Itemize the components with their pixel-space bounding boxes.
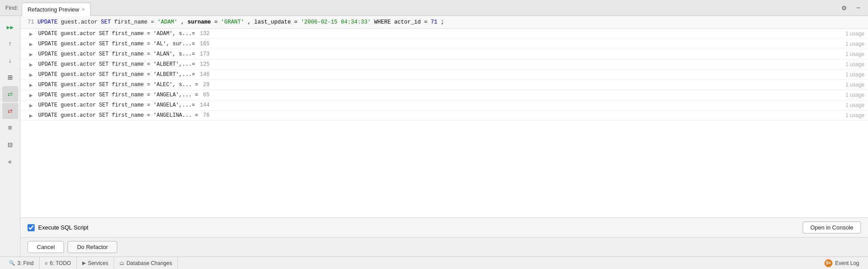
grid-view-button[interactable]	[2, 69, 18, 85]
settings-icon[interactable]	[838, 2, 850, 14]
tab-label: Refactoring Preview	[28, 6, 79, 13]
result-sql-text: UPDATE guest.actor SET first_name = 'ALB…	[38, 61, 838, 67]
table-row[interactable]: ▶ UPDATE guest.actor SET first_name = 'A…	[20, 90, 868, 100]
db-changes-icon: 🗂	[119, 261, 124, 266]
result-sql-text: UPDATE guest.actor SET first_name = 'ALE…	[38, 82, 838, 88]
sql-value1: 'ADAM'	[158, 19, 178, 25]
result-sql-text: UPDATE guest.actor SET first_name = 'ANG…	[38, 92, 838, 98]
sql-update-keyword: UPDATE	[38, 19, 61, 25]
cancel-button[interactable]: Cancel	[28, 241, 64, 253]
swap-green-button[interactable]	[2, 86, 18, 102]
lines-button[interactable]	[2, 120, 18, 136]
expand-arrow-icon: ▶	[29, 113, 35, 118]
table-row[interactable]: ▶ UPDATE guest.actor SET first_name = 'A…	[20, 49, 868, 59]
todo-status-label: 6: TODO	[50, 260, 71, 266]
lines-bottom-button[interactable]	[2, 137, 18, 153]
arrow-up-icon	[8, 40, 12, 47]
usage-badge: 1 usage	[845, 92, 864, 98]
run-all-button[interactable]	[2, 19, 18, 35]
run-all-icon	[7, 23, 14, 31]
do-refactor-button[interactable]: Do Refactor	[68, 241, 117, 253]
todo-status-item[interactable]: ≡ 6: TODO	[40, 257, 77, 269]
expand-arrow-icon: ▶	[29, 93, 35, 98]
result-sql-text: UPDATE guest.actor SET first_name = 'ANG…	[38, 102, 838, 108]
lines-icon	[8, 124, 12, 132]
result-sql-text: UPDATE guest.actor SET first_name = 'ALA…	[38, 51, 838, 57]
refactoring-preview-tab[interactable]: Refactoring Preview ×	[22, 3, 91, 16]
execute-sql-checkbox[interactable]	[28, 224, 35, 231]
sql-line-number: 71	[28, 19, 38, 25]
minus-icon	[856, 4, 860, 12]
services-status-label: Services	[88, 260, 108, 266]
sql-comma2: , last_update =	[247, 19, 301, 25]
event-log-item[interactable]: 9+ Event Log	[819, 259, 864, 267]
swap-red-icon	[8, 107, 13, 115]
find-label: Find:	[4, 4, 22, 11]
services-status-item[interactable]: ▶ Services	[77, 257, 114, 269]
usage-badge: 1 usage	[845, 102, 864, 108]
usage-badge: 1 usage	[845, 82, 864, 88]
arrow-down-icon	[8, 56, 12, 64]
db-changes-status-item[interactable]: 🗂 Database Changes	[114, 257, 178, 269]
minimize-icon[interactable]	[852, 2, 864, 14]
toolbar-icons	[838, 2, 864, 14]
todo-icon: ≡	[45, 261, 48, 266]
gear-icon	[841, 4, 847, 12]
sql-header-line: 71 UPDATE guest.actor SET first_name = '…	[20, 16, 868, 29]
expand-arrow-icon: ▶	[29, 83, 35, 87]
find-status-label: 3: Find	[17, 260, 34, 266]
expand-arrow-icon: ▶	[29, 32, 35, 36]
main-area: 71 UPDATE guest.actor SET first_name = '…	[0, 16, 868, 257]
sql-set-keyword: SET	[101, 19, 114, 25]
expand-arrow-icon: ▶	[29, 72, 35, 77]
expand-arrow-icon: ▶	[29, 103, 35, 108]
swap-red-button[interactable]	[2, 103, 18, 119]
execute-sql-label: Execute SQL Script	[38, 224, 88, 231]
chevron-left-button[interactable]	[2, 154, 18, 170]
table-row[interactable]: ▶ UPDATE guest.actor SET first_name = 'A…	[20, 100, 868, 111]
scroll-up-button[interactable]	[2, 36, 18, 51]
sql-comma: ,	[181, 19, 187, 25]
lines-bottom-icon	[8, 141, 13, 149]
event-log-label: Event Log	[835, 260, 859, 266]
action-bar: Execute SQL Script Open in Console	[20, 218, 868, 237]
usage-badge: 1 usage	[845, 112, 864, 119]
usage-badge: 1 usage	[845, 51, 864, 57]
swap-green-icon	[8, 90, 13, 98]
find-status-item[interactable]: 🔍 3: Find	[4, 257, 40, 269]
sql-actor-id: 71	[431, 19, 438, 25]
table-row[interactable]: ▶ UPDATE guest.actor SET first_name = 'A…	[20, 80, 868, 90]
usage-badge: 1 usage	[845, 41, 864, 47]
scroll-down-button[interactable]	[2, 52, 18, 68]
open-in-console-button[interactable]: Open in Console	[803, 222, 861, 233]
sidebar	[0, 16, 20, 257]
usage-badge: 1 usage	[845, 31, 864, 37]
db-changes-status-label: Database Changes	[127, 260, 172, 266]
execute-sql-container: Execute SQL Script	[28, 224, 88, 231]
table-row[interactable]: ▶ UPDATE guest.actor SET first_name = 'A…	[20, 70, 868, 80]
result-sql-text: UPDATE guest.actor SET first_name = 'AL'…	[38, 41, 838, 47]
usage-badge: 1 usage	[845, 61, 864, 67]
sql-field1: first_name =	[114, 19, 158, 25]
close-tab-icon[interactable]: ×	[82, 7, 84, 12]
refactor-bar: Cancel Do Refactor	[20, 237, 868, 257]
chevron-left-icon	[8, 158, 12, 166]
result-sql-text: UPDATE guest.actor SET first_name = 'ANG…	[38, 112, 838, 119]
tab-bar: Find: Refactoring Preview ×	[0, 0, 868, 16]
sql-equals: =	[214, 19, 221, 25]
services-icon: ▶	[82, 260, 86, 266]
table-row[interactable]: ▶ UPDATE guest.actor SET first_name = 'A…	[20, 39, 868, 49]
table-row[interactable]: ▶ UPDATE guest.actor SET first_name = 'A…	[20, 111, 868, 121]
grid-icon	[8, 73, 13, 81]
sql-surname-field: surname	[187, 19, 211, 25]
event-log-badge: 9+	[824, 259, 832, 267]
sql-table: guest.actor	[61, 19, 101, 25]
table-row[interactable]: ▶ UPDATE guest.actor SET first_name = 'A…	[20, 29, 868, 39]
sql-date-value: '2006-02-15 04:34:33'	[301, 19, 371, 25]
sql-where: WHERE actor_id =	[374, 19, 431, 25]
expand-arrow-icon: ▶	[29, 42, 35, 47]
table-row[interactable]: ▶ UPDATE guest.actor SET first_name = 'A…	[20, 59, 868, 70]
content-area: 71 UPDATE guest.actor SET first_name = '…	[20, 16, 868, 257]
result-sql-text: UPDATE guest.actor SET first_name = 'ADA…	[38, 31, 838, 37]
expand-arrow-icon: ▶	[29, 62, 35, 67]
